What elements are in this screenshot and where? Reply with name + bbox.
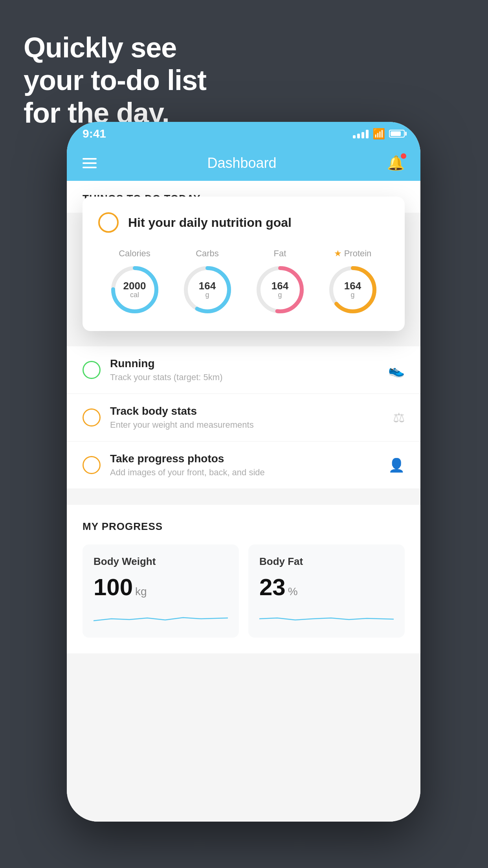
nutrition-card: Hit your daily nutrition goal Calories 2… xyxy=(83,197,405,331)
fat-unit: g xyxy=(272,291,288,299)
body-weight-unit: kg xyxy=(135,585,147,598)
todo-list: Running Track your stats (target: 5km) 👟… xyxy=(67,346,420,489)
hero-text: Quickly see your to-do list for the day. xyxy=(24,31,206,129)
body-fat-card: Body Fat 23% xyxy=(248,544,405,638)
nav-title: Dashboard xyxy=(207,155,276,171)
status-bar: 9:41 📶 xyxy=(67,122,420,145)
fat-label: Fat xyxy=(274,248,286,259)
photos-title: Take progress photos xyxy=(110,452,379,465)
body-weight-value: 100kg xyxy=(94,576,228,599)
running-text: Running Track your stats (target: 5km) xyxy=(110,357,379,383)
nutrition-fat: Fat 164 g xyxy=(255,248,306,315)
todo-body-stats[interactable]: Track body stats Enter your weight and m… xyxy=(67,394,420,441)
calories-value: 2000 xyxy=(123,281,146,291)
nav-bar: Dashboard 🔔 xyxy=(67,145,420,181)
signal-icon xyxy=(353,129,369,138)
running-check-circle[interactable] xyxy=(83,361,101,379)
card-check-circle[interactable] xyxy=(98,212,119,233)
todo-running[interactable]: Running Track your stats (target: 5km) 👟 xyxy=(67,346,420,394)
body-fat-unit: % xyxy=(288,585,298,598)
nutrition-calories: Calories 2000 cal xyxy=(109,248,160,315)
photos-text: Take progress photos Add images of your … xyxy=(110,452,379,478)
body-weight-chart xyxy=(94,607,228,627)
calories-unit: cal xyxy=(123,291,146,299)
status-icons: 📶 xyxy=(353,128,405,140)
notification-dot xyxy=(401,153,406,159)
running-title: Running xyxy=(110,357,379,370)
body-stats-subtitle: Enter your weight and measurements xyxy=(110,420,383,430)
nutrition-protein: ★ Protein 164 g xyxy=(327,248,378,315)
carbs-unit: g xyxy=(199,291,216,299)
body-fat-value: 23% xyxy=(259,576,394,599)
calories-label: Calories xyxy=(119,248,150,259)
photos-check-circle[interactable] xyxy=(83,456,101,474)
body-stats-title: Track body stats xyxy=(110,405,383,417)
body-stats-check-circle[interactable] xyxy=(83,408,101,427)
progress-cards: Body Weight 100kg Body Fat 23% xyxy=(83,544,405,638)
body-weight-label: Body Weight xyxy=(94,555,228,568)
fat-value: 164 xyxy=(272,281,288,291)
carbs-donut: 164 g xyxy=(182,264,233,315)
body-weight-card: Body Weight 100kg xyxy=(83,544,239,638)
protein-unit: g xyxy=(344,291,361,299)
progress-title: MY PROGRESS xyxy=(83,520,405,533)
protein-label: ★ Protein xyxy=(334,248,372,259)
carbs-label: Carbs xyxy=(196,248,219,259)
nutrition-row: Calories 2000 cal Carbs xyxy=(98,248,389,315)
shoe-icon: 👟 xyxy=(388,362,405,378)
progress-section: MY PROGRESS Body Weight 100kg Body Fat xyxy=(67,505,420,653)
body-stats-text: Track body stats Enter your weight and m… xyxy=(110,405,383,430)
star-icon: ★ xyxy=(334,248,342,259)
notification-bell[interactable]: 🔔 xyxy=(387,155,405,171)
card-title: Hit your daily nutrition goal xyxy=(128,215,292,230)
phone-frame: 9:41 📶 Dashboard 🔔 THINGS TO DO TODAY xyxy=(67,122,420,822)
card-header: Hit your daily nutrition goal xyxy=(98,212,389,233)
calories-donut: 2000 cal xyxy=(109,264,160,315)
protein-value: 164 xyxy=(344,281,361,291)
wifi-icon: 📶 xyxy=(372,128,385,140)
nutrition-carbs: Carbs 164 g xyxy=(182,248,233,315)
protein-donut: 164 g xyxy=(327,264,378,315)
body-fat-chart xyxy=(259,607,394,627)
photos-subtitle: Add images of your front, back, and side xyxy=(110,467,379,478)
person-icon: 👤 xyxy=(388,457,405,473)
carbs-value: 164 xyxy=(199,281,216,291)
hamburger-menu[interactable] xyxy=(83,158,97,168)
fat-donut: 164 g xyxy=(255,264,306,315)
status-time: 9:41 xyxy=(83,127,106,140)
todo-progress-photos[interactable]: Take progress photos Add images of your … xyxy=(67,441,420,489)
body-fat-label: Body Fat xyxy=(259,555,394,568)
scale-icon: ⚖ xyxy=(393,410,405,425)
content-area: THINGS TO DO TODAY Hit your daily nutrit… xyxy=(67,181,420,822)
battery-icon xyxy=(389,130,405,138)
running-subtitle: Track your stats (target: 5km) xyxy=(110,372,379,383)
